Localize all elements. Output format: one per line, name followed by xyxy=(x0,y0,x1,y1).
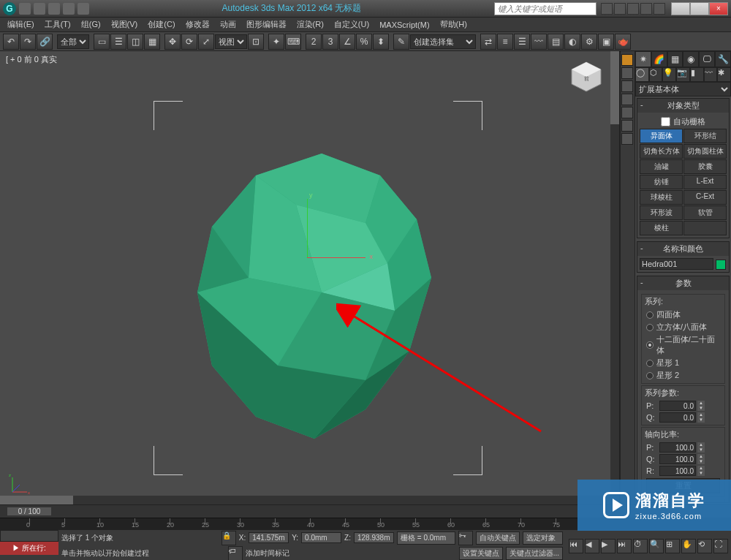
title-icon[interactable] xyxy=(654,3,665,15)
link-button[interactable]: 🔗 xyxy=(37,34,53,50)
menu-item[interactable]: 工具(T) xyxy=(40,18,75,31)
y-coord[interactable]: 0.0mm xyxy=(301,532,341,543)
spinner-arrows[interactable]: ▲▼ xyxy=(697,466,705,476)
strip-icon[interactable] xyxy=(621,67,633,79)
utilities-tab[interactable]: 🔧 xyxy=(715,51,731,67)
spinner-arrows[interactable]: ▲▼ xyxy=(697,412,705,423)
help-search-input[interactable] xyxy=(494,2,596,15)
qat-icon[interactable] xyxy=(77,3,89,15)
time-config-icon[interactable]: ⏱ xyxy=(633,539,648,553)
frame-indicator[interactable]: 0 / 100 xyxy=(7,507,51,515)
menu-item[interactable]: 编辑(E) xyxy=(3,18,39,31)
object-type-button[interactable]: 纺锤 xyxy=(640,175,683,189)
strip-icon[interactable] xyxy=(621,133,633,145)
strip-icon[interactable] xyxy=(621,80,633,92)
layer-button[interactable]: ☰ xyxy=(514,34,530,50)
time-tag-icon[interactable]: 🏷 xyxy=(228,546,243,560)
object-type-button[interactable]: 球棱柱 xyxy=(640,190,683,205)
viewport[interactable]: [ + 0 前 0 真实 前 xyxy=(0,51,620,504)
menu-item[interactable]: 修改器 xyxy=(181,18,214,31)
align-button[interactable]: ≡ xyxy=(497,34,513,50)
title-icon[interactable] xyxy=(601,3,613,15)
render-button[interactable]: 🫖 xyxy=(615,34,631,50)
helpers-subtab[interactable]: ▮ xyxy=(690,67,704,82)
percent-snap-button[interactable]: % xyxy=(356,34,372,50)
snap-3d-button[interactable]: 3 xyxy=(322,34,338,50)
material-editor-button[interactable]: ◐ xyxy=(564,34,580,50)
curve-editor-button[interactable]: 〰 xyxy=(531,34,547,50)
play-prev-icon[interactable]: ⏮ xyxy=(569,539,583,553)
cameras-subtab[interactable]: 📷 xyxy=(676,67,690,82)
qat-icon[interactable] xyxy=(19,3,31,15)
selection-filter-dropdown[interactable]: 全部 xyxy=(57,34,89,49)
menu-item[interactable]: 动画 xyxy=(216,18,240,31)
strip-icon[interactable] xyxy=(621,107,633,118)
rollout-header[interactable]: -参数 xyxy=(637,276,729,290)
menu-item[interactable]: 视图(V) xyxy=(107,18,143,31)
undo-button[interactable]: ↶ xyxy=(3,34,19,50)
render-setup-button[interactable]: ⚙ xyxy=(581,34,597,50)
spinner-arrows[interactable]: ▲▼ xyxy=(697,454,705,464)
shapes-subtab[interactable]: ⬡ xyxy=(649,67,663,82)
create-tab[interactable]: ✷ xyxy=(635,51,651,67)
geometry-subtab[interactable]: ◯ xyxy=(635,67,649,82)
title-icon[interactable] xyxy=(614,3,626,15)
object-type-button[interactable]: 棱柱 xyxy=(640,221,683,235)
family-radio[interactable]: 十二面体/二十面体 xyxy=(642,333,724,357)
z-coord[interactable]: 128.938m xyxy=(354,532,394,543)
family-radio[interactable]: 四面体 xyxy=(642,309,724,321)
add-time-tag[interactable]: 添加时间标记 xyxy=(246,548,289,559)
object-type-button[interactable]: 切角圆柱体 xyxy=(683,144,727,159)
menu-item[interactable]: 创建(C) xyxy=(143,18,179,31)
rotate-button[interactable]: ⟳ xyxy=(181,34,197,50)
object-type-button[interactable]: L-Ext xyxy=(683,175,727,189)
p-spinner[interactable] xyxy=(659,401,696,411)
pivot-button[interactable]: ⊡ xyxy=(248,34,264,50)
spinner-arrows[interactable]: ▲▼ xyxy=(697,401,705,411)
orbit-icon[interactable]: ⟲ xyxy=(697,539,712,553)
object-type-button[interactable]: 胶囊 xyxy=(683,159,727,174)
strip-icon[interactable] xyxy=(621,120,633,132)
display-tab[interactable]: 🖵 xyxy=(699,51,715,67)
object-type-button[interactable]: 切角长方体 xyxy=(640,144,683,159)
play-back-icon[interactable]: ◀ xyxy=(585,539,599,553)
angle-snap-button[interactable]: ∠ xyxy=(339,34,355,50)
motion-tab[interactable]: ◉ xyxy=(683,51,699,67)
x-coord[interactable]: 141.575m xyxy=(249,532,289,543)
qat-icon[interactable] xyxy=(48,3,60,15)
object-type-button[interactable]: 环形波 xyxy=(640,205,683,220)
render-frame-button[interactable]: ▣ xyxy=(598,34,614,50)
menu-item[interactable]: 自定义(U) xyxy=(330,18,374,31)
object-type-button[interactable]: 软管 xyxy=(683,205,727,220)
hierarchy-tab[interactable]: ▦ xyxy=(667,51,683,67)
key-mode-icon[interactable]: 🗝 xyxy=(458,531,473,545)
axis-q-spinner[interactable] xyxy=(659,454,696,464)
lock-selection-icon[interactable]: 🔒 xyxy=(221,531,236,545)
family-radio[interactable]: 星形 2 xyxy=(642,369,724,382)
max-viewport-icon[interactable]: ⛶ xyxy=(713,539,728,553)
spinner-snap-button[interactable]: ⬍ xyxy=(373,34,389,50)
schematic-button[interactable]: ▤ xyxy=(548,34,564,50)
zoom-icon[interactable]: 🔍 xyxy=(649,539,664,553)
menu-item[interactable]: 渲染(R) xyxy=(292,18,328,31)
viewport-scrollbar-h[interactable] xyxy=(0,496,619,504)
rollout-header[interactable]: -对象类型 xyxy=(637,99,729,113)
qat-icon[interactable] xyxy=(63,3,75,15)
select-name-button[interactable]: ☰ xyxy=(110,34,126,50)
select-region-button[interactable]: ◫ xyxy=(127,34,143,50)
family-radio[interactable]: 星形 1 xyxy=(642,357,724,369)
minimize-button[interactable]: — xyxy=(671,2,690,15)
viewport-scrollbar-v[interactable] xyxy=(610,51,619,496)
lights-subtab[interactable]: 💡 xyxy=(662,67,676,82)
qat-icon[interactable] xyxy=(34,3,45,15)
viewport-label[interactable]: [ + 0 前 0 真实 xyxy=(6,54,57,65)
systems-subtab[interactable]: ✱ xyxy=(717,67,731,82)
title-icon[interactable] xyxy=(640,3,652,15)
key-filters-button[interactable]: 关键点过滤器... xyxy=(506,547,563,560)
object-name-input[interactable] xyxy=(640,258,713,270)
set-key-button[interactable]: 设置关键点 xyxy=(459,547,503,560)
object-color-swatch[interactable] xyxy=(716,260,726,270)
play-next-icon[interactable]: ⏭ xyxy=(617,539,632,553)
modify-tab[interactable]: 🌈 xyxy=(651,51,667,67)
pan-icon[interactable]: ✋ xyxy=(681,539,696,553)
